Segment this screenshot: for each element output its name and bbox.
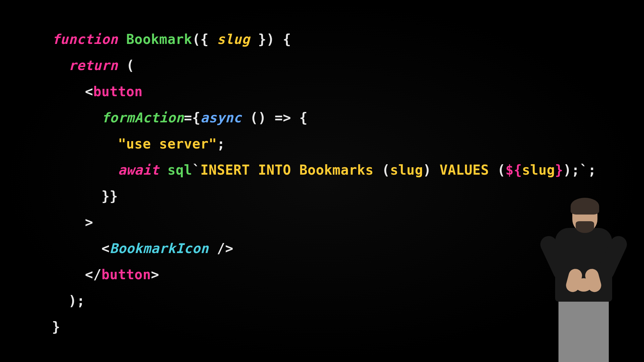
keyword-async: async [201,110,242,125]
jsx-component-bookmarkicon: BookmarkIcon [110,241,209,256]
code-line-11: ); [52,288,596,314]
keyword-await: await [118,162,159,178]
presenter-beard [576,221,594,233]
code-line-5: "use server"; [52,131,596,157]
function-name: Bookmark [126,32,192,47]
jsx-tag-button-open: button [93,84,143,99]
identifier-sql: sql [167,162,192,178]
keyword-function: function [52,32,118,47]
interp-var-slug: slug [522,162,555,178]
keyword-return: return [68,58,118,73]
jsx-attr-formaction: formAction [102,110,184,125]
code-line-1: function Bookmark({ slug }) { [52,26,596,52]
code-line-8: > [52,209,596,235]
code-line-2: return ( [52,52,596,78]
code-line-10: </button> [52,261,596,288]
presenter-pants [558,298,609,362]
code-slide: function Bookmark({ slug }) { return ( <… [52,26,596,340]
presenter-hair [571,198,599,215]
presenter-head [572,201,597,231]
code-line-3: <button [52,78,596,105]
param-slug: slug [217,32,250,47]
code-line-12: } [52,314,596,340]
code-line-4: formAction={async () => { [52,105,596,131]
code-line-6: await sql`INSERT INTO Bookmarks (slug) V… [52,157,596,183]
presenter-figure [543,201,624,362]
use-server-directive: "use server" [118,136,217,152]
sql-insert: INSERT INTO Bookmarks [201,162,382,178]
code-line-7: }} [52,183,596,209]
jsx-tag-button-close: button [102,267,151,282]
code-line-9: <BookmarkIcon /> [52,235,596,261]
presenter-hands [575,278,592,292]
